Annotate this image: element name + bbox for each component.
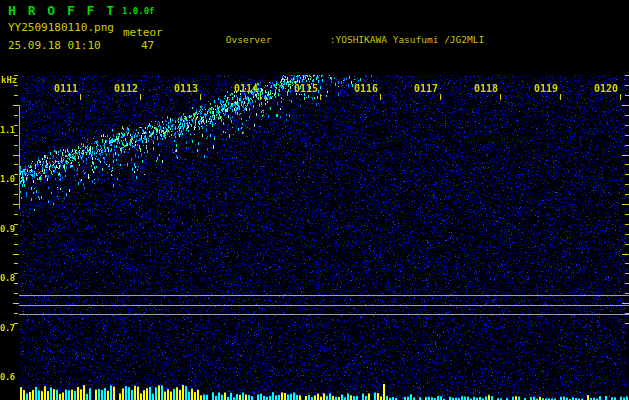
time-tick-label: 0119 <box>528 83 558 94</box>
output-filename: YY2509180110.png <box>8 21 114 34</box>
time-tick-label: 0111 <box>48 83 78 94</box>
station-value: :YOSHIKAWA Yasufumi /JG2MLI <box>330 34 484 45</box>
spectrogram-canvas <box>0 75 629 400</box>
time-tick-label: 0115 <box>288 83 318 94</box>
spectrogram-plot: kHz 011101120113011401150116011701180119… <box>0 75 629 400</box>
app-version: 1.0.0f <box>122 6 155 16</box>
station-row: Ovserver:YOSHIKAWA Yasufumi /JG2MLI <box>180 25 599 55</box>
freq-axis-unit-label: kHz <box>1 75 17 85</box>
hrofft-screen: H R O F F T 1.0.0f YY2509180110.png mete… <box>0 0 629 400</box>
time-tick-label: 0116 <box>348 83 378 94</box>
time-tick-label: 0114 <box>228 83 258 94</box>
time-tick-label: 0113 <box>168 83 198 94</box>
time-tick-label: 0118 <box>468 83 498 94</box>
freq-tick-label: 0.7 <box>0 323 14 333</box>
time-tick-label: 0117 <box>408 83 438 94</box>
freq-tick-label: 0.8 <box>0 273 14 283</box>
freq-tick-label: 1.0 <box>0 174 14 184</box>
observation-mode-label: meteor <box>123 26 163 39</box>
app-title: H R O F F T <box>8 3 116 18</box>
freq-tick-label: 1.1 <box>0 125 14 135</box>
freq-tick-label: 0.9 <box>0 224 14 234</box>
freq-tick-label: 0.6 <box>0 372 14 382</box>
time-tick-label: 0112 <box>108 83 138 94</box>
station-key: Ovserver <box>226 35 330 45</box>
time-tick-label: 0120 <box>588 83 618 94</box>
echo-count: 47 <box>141 39 154 52</box>
observation-datetime: 25.09.18 01:10 <box>8 39 101 52</box>
